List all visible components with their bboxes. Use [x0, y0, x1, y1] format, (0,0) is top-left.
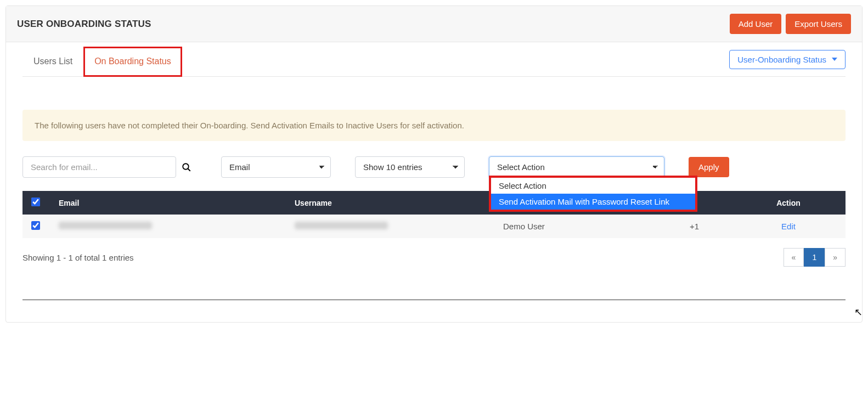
panel-header: USER ONBOARDING STATUS Add User Export U… — [6, 6, 862, 42]
edit-link[interactable]: Edit — [781, 222, 796, 231]
add-user-button[interactable]: Add User — [730, 14, 782, 34]
action-select-wrap: Select Action Select Action Send Activat… — [489, 156, 664, 178]
filter-field-select[interactable]: Email — [221, 156, 331, 178]
tab-onboarding-status[interactable]: On Boarding Status — [83, 47, 182, 77]
entries-select[interactable]: Show 10 entries — [355, 156, 465, 178]
table-header-row: Email Username Action — [22, 191, 846, 215]
row-checkbox[interactable] — [31, 221, 40, 230]
select-all-checkbox[interactable] — [31, 198, 40, 206]
apply-button[interactable]: Apply — [689, 157, 729, 177]
pager-next[interactable]: » — [825, 248, 846, 267]
action-option-send-activation[interactable]: Send Activation Mail with Password Reset… — [491, 194, 695, 210]
action-option-default[interactable]: Select Action — [491, 178, 695, 194]
row-username-blurred — [295, 222, 388, 229]
svg-point-0 — [183, 163, 189, 170]
table-row: Demo User +1 Edit — [22, 215, 846, 238]
search-icon[interactable] — [182, 162, 191, 172]
search-box — [22, 156, 191, 178]
svg-line-1 — [188, 168, 190, 171]
main-panel: USER ONBOARDING STATUS Add User Export U… — [5, 5, 863, 323]
col-action: Action — [731, 191, 846, 215]
notice-bar: The following users have not completed t… — [22, 110, 846, 141]
page-title: USER ONBOARDING STATUS — [17, 19, 151, 30]
pager-prev[interactable]: « — [784, 248, 804, 267]
pager: « 1 » — [784, 248, 846, 267]
bottom-divider — [22, 300, 846, 300]
col-username: Username — [286, 191, 494, 215]
tab-list: Users List On Boarding Status — [22, 47, 182, 76]
status-dropdown-label: User-Onboarding Status — [737, 55, 826, 64]
action-select-options: Select Action Send Activation Mail with … — [489, 176, 697, 212]
panel-body: Users List On Boarding Status User-Onboa… — [6, 47, 862, 322]
tabs-row: Users List On Boarding Status User-Onboa… — [22, 47, 846, 77]
pagination-row: Showing 1 - 1 of total 1 entries « 1 » — [22, 248, 846, 267]
controls-row: Email Show 10 entries Select Action Sele… — [22, 156, 846, 178]
results-text: Showing 1 - 1 of total 1 entries — [22, 253, 134, 262]
tab-users-list[interactable]: Users List — [22, 47, 83, 76]
export-users-button[interactable]: Export Users — [786, 14, 851, 34]
status-dropdown[interactable]: User-Onboarding Status — [729, 50, 846, 69]
search-input[interactable] — [22, 156, 176, 178]
pager-page-1[interactable]: 1 — [804, 248, 825, 267]
col-email: Email — [50, 191, 286, 215]
row-role: Demo User — [494, 215, 657, 238]
row-email-blurred — [59, 222, 152, 229]
header-buttons: Add User Export Users — [730, 14, 851, 34]
action-select[interactable]: Select Action — [489, 156, 664, 178]
row-phone: +1 — [657, 215, 731, 238]
chevron-down-icon — [832, 58, 837, 61]
users-table: Email Username Action Demo User +1 Edit — [22, 191, 846, 238]
